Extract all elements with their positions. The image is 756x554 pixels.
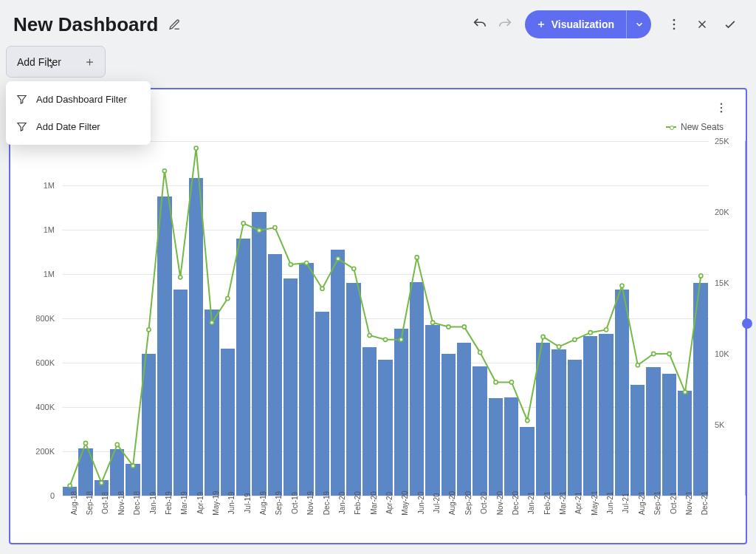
pencil-icon xyxy=(168,18,181,31)
bar xyxy=(489,398,503,496)
add-filter-button[interactable]: Add Filter ＋ xyxy=(6,46,106,78)
bar xyxy=(599,334,613,496)
x-tick: Feb-21 xyxy=(543,491,551,515)
x-tick: Nov-20 xyxy=(496,491,504,515)
svg-point-4 xyxy=(721,107,722,109)
chart-plot-area xyxy=(62,141,709,496)
x-tick: Sep-19 xyxy=(275,491,283,515)
x-tick: Jun-21 xyxy=(606,492,614,515)
y-left-tick: 600K xyxy=(35,358,55,367)
x-tick: Jun-20 xyxy=(417,492,425,515)
filter-icon xyxy=(16,94,27,105)
x-tick: Mar-19 xyxy=(180,491,188,515)
add-visualization-split-button: Visualization xyxy=(525,10,651,38)
undo-button[interactable] xyxy=(467,12,492,37)
y-left-tick: 800K xyxy=(35,314,55,323)
bar xyxy=(615,290,629,496)
add-dashboard-filter-item[interactable]: Add Dashboard Filter xyxy=(6,86,151,113)
legend: New Seats xyxy=(666,122,724,132)
bar xyxy=(346,283,360,496)
bar xyxy=(378,360,392,496)
resize-handle[interactable] xyxy=(742,318,752,329)
bar xyxy=(299,263,313,496)
bar xyxy=(425,325,439,496)
bar xyxy=(110,449,124,496)
bar xyxy=(331,250,345,496)
add-date-filter-item[interactable]: Add Date Filter xyxy=(6,113,151,140)
bar xyxy=(520,427,534,496)
edit-title-button[interactable] xyxy=(165,14,185,35)
x-tick: Aug-19 xyxy=(259,491,267,515)
bar xyxy=(457,343,471,496)
bar xyxy=(551,349,566,496)
redo-button[interactable] xyxy=(492,12,518,37)
bar xyxy=(441,354,456,496)
bar xyxy=(536,343,550,496)
svg-point-5 xyxy=(721,111,722,112)
bar xyxy=(646,367,660,496)
close-icon xyxy=(695,18,709,31)
bar xyxy=(662,374,676,496)
x-tick: Sep-21 xyxy=(653,491,662,515)
x-axis: Aug-18Sep-18Oct-18Nov-18Dec-18Jan-19Feb-… xyxy=(62,497,709,543)
x-tick: Jul-20 xyxy=(433,493,441,513)
bar xyxy=(157,196,171,496)
add-filter-label: Add Filter xyxy=(17,56,61,68)
y-right-tick: 10K xyxy=(715,349,729,358)
x-tick: Oct-21 xyxy=(670,492,678,514)
confirm-button[interactable] xyxy=(718,12,743,37)
chart-panel[interactable]: s New Seats 0200K400K600K800K1M1M1M2M 5K… xyxy=(9,88,747,544)
more-vertical-icon xyxy=(667,17,681,32)
add-filter-dropdown: Add Dashboard Filter Add Date Filter xyxy=(6,81,151,145)
x-tick: Nov-21 xyxy=(685,491,693,515)
x-tick: Mar-20 xyxy=(370,491,378,515)
bar xyxy=(693,283,707,496)
x-tick: May-19 xyxy=(212,490,220,515)
x-tick: Jan-20 xyxy=(338,492,346,515)
x-tick: Sep-20 xyxy=(464,491,472,515)
x-tick: Dec-19 xyxy=(323,491,331,515)
y-left-tick: 1M xyxy=(44,225,55,234)
plus-icon: ＋ xyxy=(83,53,96,70)
svg-point-1 xyxy=(673,24,676,26)
bar xyxy=(78,448,92,496)
bar xyxy=(268,254,282,496)
x-tick: Jun-19 xyxy=(227,492,236,515)
add-visualization-label: Visualization xyxy=(551,18,614,30)
more-menu-button[interactable] xyxy=(662,12,687,37)
y-right-tick: 5K xyxy=(715,420,724,429)
add-visualization-button[interactable]: Visualization xyxy=(525,10,626,38)
close-button[interactable] xyxy=(690,12,715,37)
panel-menu-button[interactable] xyxy=(712,98,731,117)
bar xyxy=(394,329,408,496)
svg-point-0 xyxy=(673,19,676,21)
bar xyxy=(189,178,203,496)
visualization-dropdown-caret[interactable] xyxy=(626,10,651,38)
y-right-tick: 15K xyxy=(715,278,729,287)
bar xyxy=(472,366,487,496)
plus-icon xyxy=(536,19,546,30)
x-tick: Aug-18 xyxy=(70,491,78,515)
x-tick: Apr-20 xyxy=(385,492,394,514)
bar xyxy=(630,385,645,496)
y-left-tick: 1M xyxy=(44,270,55,278)
bar xyxy=(142,354,156,496)
bar xyxy=(583,336,597,496)
redo-icon xyxy=(497,16,513,33)
y-left-tick: 0 xyxy=(50,491,55,500)
bar xyxy=(362,347,377,496)
y-right-tick: 20K xyxy=(715,208,729,216)
bar xyxy=(410,282,424,496)
x-tick: Feb-19 xyxy=(165,491,173,515)
add-date-filter-label: Add Date Filter xyxy=(36,121,100,132)
y-left-tick: 200K xyxy=(35,447,55,456)
svg-point-2 xyxy=(673,28,676,30)
x-tick: Aug-21 xyxy=(638,491,646,515)
bar xyxy=(568,360,582,496)
bar xyxy=(205,310,219,496)
bar xyxy=(284,278,298,496)
y-right-tick: 25K xyxy=(715,137,729,146)
add-dashboard-filter-label: Add Dashboard Filter xyxy=(36,94,127,105)
x-tick: Mar-21 xyxy=(559,491,567,515)
x-tick: Sep-18 xyxy=(86,491,94,515)
